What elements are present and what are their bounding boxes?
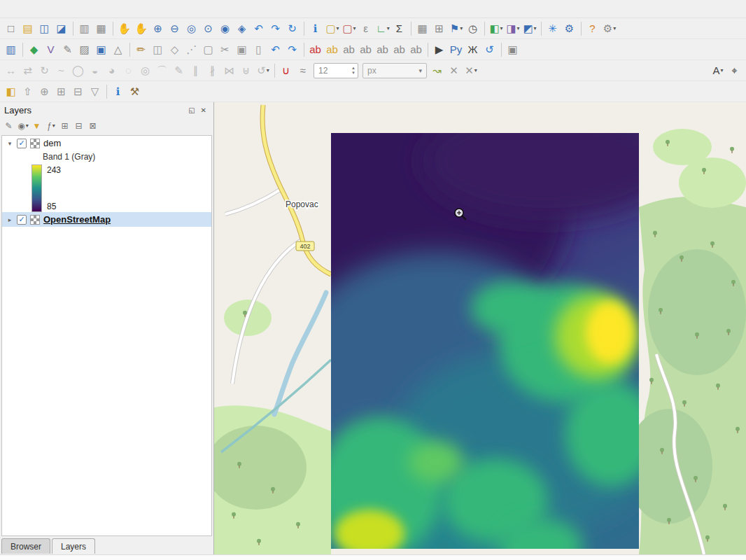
- delete-part-icon[interactable]: ◎: [137, 62, 154, 79]
- save-project-icon[interactable]: ◫: [36, 20, 53, 37]
- add-layer-icon[interactable]: ◩▾: [521, 20, 538, 37]
- open-layer-styling-icon[interactable]: ✎: [2, 119, 16, 133]
- zoom-to-selection-icon[interactable]: ◉: [217, 20, 234, 37]
- zoom-native-icon[interactable]: ◎: [183, 20, 200, 37]
- toggle-editing-icon[interactable]: ✏: [133, 41, 150, 58]
- menu-item-web[interactable]: [94, 7, 105, 11]
- reshape-features-icon[interactable]: ✎: [171, 62, 188, 79]
- spinner-arrows-icon[interactable]: ▲▼: [351, 66, 358, 75]
- redo-icon[interactable]: ↷: [284, 41, 301, 58]
- pan-map-icon[interactable]: ✋: [116, 20, 133, 37]
- add-vector-layer-icon[interactable]: ◧▾: [488, 20, 505, 37]
- attribute-table-icon[interactable]: ▦: [414, 20, 431, 37]
- new-temp-scratch-layer-icon[interactable]: ▨: [76, 41, 93, 58]
- statistics-icon[interactable]: Σ: [391, 20, 408, 37]
- panel-toggle-icon[interactable]: ▣: [505, 41, 521, 58]
- layer-diagram-icon[interactable]: ab: [324, 41, 341, 58]
- layer-labeling-icon[interactable]: ab: [307, 41, 324, 58]
- rotate-feature-icon[interactable]: ↻: [36, 62, 53, 79]
- expand-arrow-icon[interactable]: ▸: [6, 216, 13, 223]
- expand-arrow-icon[interactable]: ▾: [6, 140, 13, 147]
- pin-labels-icon[interactable]: ab: [341, 41, 358, 58]
- select-by-expression-icon[interactable]: ε: [358, 20, 374, 37]
- layer-item-dem[interactable]: ▾ ✓ dem: [2, 136, 211, 150]
- split-parts-icon[interactable]: ∦: [204, 62, 221, 79]
- python-console-icon[interactable]: Py: [448, 41, 465, 58]
- merge-features-icon[interactable]: ⋈: [221, 62, 238, 79]
- help-balloon-icon[interactable]: ?: [584, 20, 601, 37]
- wrench-icon[interactable]: ⚒: [127, 83, 143, 100]
- filter-legend-icon[interactable]: ▼: [30, 119, 44, 133]
- simplify-feature-icon[interactable]: ~: [53, 62, 70, 79]
- stream-digitizing-icon[interactable]: ≈: [295, 62, 311, 79]
- menu-item-raster[interactable]: [83, 7, 94, 11]
- print-layout-icon[interactable]: ▥: [76, 20, 93, 37]
- auto-label-icon[interactable]: A▾: [710, 62, 726, 79]
- open-project-icon[interactable]: ▤: [20, 20, 36, 37]
- layer-item-openstreetmap[interactable]: ▸ ✓ OpenStreetMap: [2, 212, 211, 227]
- arrow-style-icon[interactable]: ↝: [429, 62, 446, 79]
- undo-icon[interactable]: ↶: [267, 41, 284, 58]
- rotate-point-symbols-icon[interactable]: ↺▾: [255, 62, 272, 79]
- collapse-all-icon[interactable]: ⊟: [72, 119, 86, 133]
- delete-selected-icon[interactable]: ▢: [200, 41, 217, 58]
- history-icon[interactable]: ↺: [481, 41, 498, 58]
- menu-item-vector[interactable]: [71, 7, 83, 11]
- select-features-icon[interactable]: ▢▾: [324, 20, 341, 37]
- expand-all-icon[interactable]: ⊞: [58, 119, 72, 133]
- move-feature-icon[interactable]: ↔: [3, 62, 20, 79]
- field-calculator-icon[interactable]: ⊞: [431, 20, 448, 37]
- menu-item-view[interactable]: [27, 7, 38, 11]
- copy-move-feature-icon[interactable]: ⇄: [20, 62, 36, 79]
- zoom-in-icon[interactable]: ⊕: [150, 20, 167, 37]
- save-layer-edits-icon[interactable]: ◫: [150, 41, 167, 58]
- new-geopackage-icon[interactable]: ◆: [26, 41, 43, 58]
- split-features-icon[interactable]: ∥: [188, 62, 204, 79]
- measure-icon[interactable]: ∟▾: [374, 20, 391, 37]
- deselect-labels-icon[interactable]: ✕: [446, 62, 463, 79]
- add-raster-layer-icon[interactable]: ◨▾: [505, 20, 521, 37]
- dock-panel-icon[interactable]: ◱: [185, 106, 197, 114]
- pan-arrows-icon[interactable]: ⇧: [20, 83, 36, 100]
- new-map-view-icon[interactable]: ◧: [3, 83, 20, 100]
- add-feature-icon[interactable]: ◇: [167, 41, 183, 58]
- fill-ring-icon[interactable]: ◕: [104, 62, 120, 79]
- save-project-as-icon[interactable]: ◪: [53, 20, 70, 37]
- new-spatialite-icon[interactable]: ✎: [59, 41, 76, 58]
- map-canvas[interactable]: 402 Popovac: [214, 102, 746, 554]
- snapping-magnet-icon[interactable]: ∪: [278, 62, 295, 79]
- remove-labels-icon[interactable]: ✕▾: [463, 62, 479, 79]
- data-source-manager-icon[interactable]: ▥: [3, 41, 20, 58]
- temporal-controller-icon[interactable]: ◷: [465, 20, 481, 37]
- menu-item-edit[interactable]: [15, 7, 27, 11]
- animation-icon[interactable]: ▶: [431, 41, 448, 58]
- new-shapefile-icon[interactable]: V: [43, 41, 59, 58]
- new-mesh-layer-icon[interactable]: △: [110, 41, 127, 58]
- manage-map-themes-icon[interactable]: ◉▾: [16, 119, 30, 133]
- deselect-features-icon[interactable]: ▢▾: [341, 20, 358, 37]
- layout-manager-icon[interactable]: ▦: [93, 20, 110, 37]
- cut-features-icon[interactable]: ✂: [217, 41, 234, 58]
- change-label-icon[interactable]: ab: [408, 41, 425, 58]
- refresh-map-icon[interactable]: ↻: [284, 20, 301, 37]
- zoom-last-icon[interactable]: ↶: [251, 20, 267, 37]
- zoom-to-layer-icon[interactable]: ◈: [234, 20, 251, 37]
- menu-item-mesh[interactable]: [105, 7, 116, 11]
- delete-ring-icon[interactable]: ◌: [120, 62, 137, 79]
- new-virtual-layer-icon[interactable]: ▣: [93, 41, 110, 58]
- processing-toolbox-icon[interactable]: ⚙: [561, 20, 578, 37]
- collapse-nodes-icon[interactable]: ⊟: [70, 83, 87, 100]
- menu-item-project[interactable]: [4, 7, 15, 11]
- pan-to-selection-icon[interactable]: ✋: [133, 20, 150, 37]
- settings-gear-icon[interactable]: ⚙▾: [601, 20, 618, 37]
- add-ring-icon[interactable]: ◯: [70, 62, 87, 79]
- vertex-tool-icon[interactable]: ⋰: [183, 41, 200, 58]
- bug-icon[interactable]: Ж: [465, 41, 481, 58]
- layer-checkbox-dem[interactable]: ✓: [17, 139, 27, 148]
- filter-nodes-icon[interactable]: ▽: [87, 83, 104, 100]
- filter-by-expression-icon[interactable]: ƒ▾: [44, 119, 58, 133]
- close-panel-icon[interactable]: ✕: [198, 106, 209, 114]
- plugins-icon[interactable]: ✳: [544, 20, 561, 37]
- identify-features-icon[interactable]: ℹ: [307, 20, 324, 37]
- tab-layers[interactable]: Layers: [52, 538, 95, 554]
